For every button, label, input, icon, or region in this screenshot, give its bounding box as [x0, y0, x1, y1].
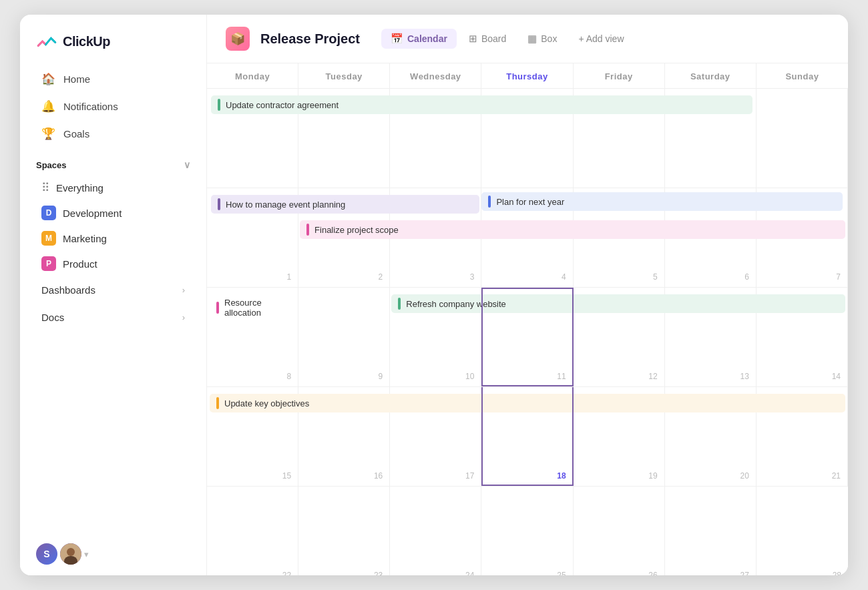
sidebar-item-marketing[interactable]: M Marketing	[25, 226, 201, 251]
day-num-8: 8	[286, 372, 291, 381]
day-num-15: 15	[282, 471, 291, 481]
cal-day-wed-0[interactable]	[390, 89, 481, 188]
cal-day-sun-3[interactable]: 21	[756, 387, 848, 486]
sidebar-item-product[interactable]: P Product	[25, 251, 201, 276]
cal-day-sat-2[interactable]: 13	[665, 288, 756, 386]
day-num-3: 3	[470, 272, 475, 282]
calendar-tab-label: Calendar	[407, 33, 447, 44]
day-num-28: 28	[833, 571, 841, 575]
development-label: Development	[63, 208, 122, 219]
cal-day-sat-4[interactable]: 27	[665, 487, 756, 575]
day-num-14: 14	[832, 372, 841, 381]
cal-header-monday: Monday	[207, 63, 298, 88]
day-num-5: 5	[653, 272, 658, 282]
sidebar-item-development[interactable]: D Development	[25, 200, 201, 226]
calendar-area[interactable]: Monday Tuesday Wednesday Thursday Friday…	[207, 63, 848, 575]
grid-icon: ⠿	[41, 181, 49, 195]
cal-day-sun-0[interactable]	[756, 89, 848, 188]
sidebar-item-goals[interactable]: 🏆 Goals	[25, 120, 201, 148]
docs-chevron-icon: ›	[182, 312, 185, 322]
cal-day-tue-1[interactable]: 2	[298, 188, 390, 287]
cal-day-fri-1[interactable]: 5	[574, 188, 665, 287]
dashboards-chevron-icon: ›	[182, 285, 185, 295]
cal-day-thu-1[interactable]: 4	[481, 188, 573, 287]
cal-day-fri-0[interactable]	[574, 89, 665, 188]
cal-day-sat-3[interactable]: 20	[665, 387, 756, 486]
cal-header-thursday: Thursday	[481, 63, 573, 88]
board-tab-label: Board	[481, 33, 506, 44]
clickup-logo-icon	[36, 31, 57, 52]
dropdown-chevron-icon: ▾	[84, 549, 89, 559]
docs-section[interactable]: Docs ›	[25, 305, 201, 330]
cal-day-mon-2[interactable]: 8	[207, 288, 298, 386]
cal-day-tue-3[interactable]: 16	[298, 387, 390, 486]
calendar-week-3: 15 16 17 18 19 20 21 Update key objectiv…	[207, 387, 848, 487]
sidebar-item-notifications[interactable]: 🔔 Notifications	[25, 93, 201, 120]
cal-day-sat-1[interactable]: 6	[665, 188, 756, 287]
cal-day-wed-4[interactable]: 24	[390, 487, 481, 575]
calendar-header: Monday Tuesday Wednesday Thursday Friday…	[207, 63, 848, 89]
cal-day-sun-2[interactable]: 14	[756, 288, 848, 386]
calendar-tab-icon: 📅	[391, 33, 403, 45]
bell-icon: 🔔	[41, 99, 55, 113]
avatar-stack: S ▾	[36, 543, 89, 565]
sidebar-footer[interactable]: S ▾	[20, 533, 206, 575]
cal-day-tue-4[interactable]: 23	[298, 487, 390, 575]
topbar: 📦 Release Project 📅 Calendar ⊞ Board ▦ B…	[207, 15, 848, 63]
cal-day-thu-0[interactable]	[481, 89, 573, 188]
day-num-23: 23	[374, 571, 383, 575]
view-tabs: 📅 Calendar ⊞ Board ▦ Box + Add view	[381, 29, 634, 49]
development-avatar: D	[41, 206, 56, 220]
add-view-button[interactable]: + Add view	[569, 29, 633, 48]
spaces-chevron-icon[interactable]: ∨	[184, 160, 190, 170]
cal-day-wed-3[interactable]: 17	[390, 387, 481, 486]
cal-header-friday: Friday	[574, 63, 665, 88]
tab-board[interactable]: ⊞ Board	[459, 29, 515, 49]
tab-calendar[interactable]: 📅 Calendar	[381, 29, 457, 49]
cal-day-tue-2[interactable]: 9	[298, 288, 390, 386]
project-icon: 📦	[226, 27, 250, 51]
calendar-week-2: 8 9 10 11 12 13 14 Resource allocation	[207, 288, 848, 387]
cal-day-fri-4[interactable]: 26	[574, 487, 665, 575]
day-num-20: 20	[740, 471, 748, 481]
app-name: ClickUp	[63, 34, 110, 49]
dashboards-section[interactable]: Dashboards ›	[25, 278, 201, 302]
notifications-label: Notifications	[63, 101, 118, 112]
day-num-18: 18	[557, 471, 566, 481]
cal-day-wed-1[interactable]: 3	[390, 188, 481, 287]
day-num-19: 19	[648, 471, 657, 481]
add-view-label: + Add view	[578, 33, 624, 44]
day-num-12: 12	[648, 372, 657, 381]
cal-day-thu-3[interactable]: 18	[481, 387, 573, 486]
sidebar: ClickUp 🏠 Home 🔔 Notifications 🏆 Goals S…	[20, 15, 207, 575]
product-avatar: P	[41, 256, 56, 271]
calendar-week-1: 1 2 3 4 5 6 7 How to manage event planni…	[207, 188, 848, 288]
board-tab-icon: ⊞	[469, 33, 477, 45]
cal-day-thu-2[interactable]: 11	[481, 288, 573, 386]
cal-day-thu-4[interactable]: 25	[481, 487, 573, 575]
cal-day-wed-2[interactable]: 10	[390, 288, 481, 386]
day-num-16: 16	[374, 471, 383, 481]
cal-day-sun-1[interactable]: 7	[756, 188, 848, 287]
app-container: ClickUp 🏠 Home 🔔 Notifications 🏆 Goals S…	[20, 15, 848, 575]
cal-day-mon-3[interactable]: 15	[207, 387, 298, 486]
day-num-11: 11	[557, 372, 566, 381]
marketing-label: Marketing	[63, 233, 107, 244]
product-label: Product	[63, 258, 97, 270]
day-num-22: 22	[282, 571, 291, 575]
sidebar-item-everything[interactable]: ⠿ Everything	[25, 176, 201, 200]
cal-day-mon-1[interactable]: 1	[207, 188, 298, 287]
cal-day-mon-0[interactable]	[207, 89, 298, 188]
cal-day-sat-0[interactable]	[665, 89, 756, 188]
tab-box[interactable]: ▦ Box	[518, 29, 566, 49]
box-tab-label: Box	[541, 33, 557, 44]
cal-day-fri-2[interactable]: 12	[574, 288, 665, 386]
cal-day-mon-4[interactable]: 22	[207, 487, 298, 575]
sidebar-item-home[interactable]: 🏠 Home	[25, 65, 201, 93]
day-num-9: 9	[379, 372, 383, 381]
cal-day-fri-3[interactable]: 19	[574, 387, 665, 486]
cal-day-sun-4[interactable]: 28	[756, 487, 848, 575]
calendar-week-0: Update contractor agreement	[207, 89, 848, 188]
day-num-7: 7	[836, 272, 841, 282]
cal-day-tue-0[interactable]	[298, 89, 390, 188]
